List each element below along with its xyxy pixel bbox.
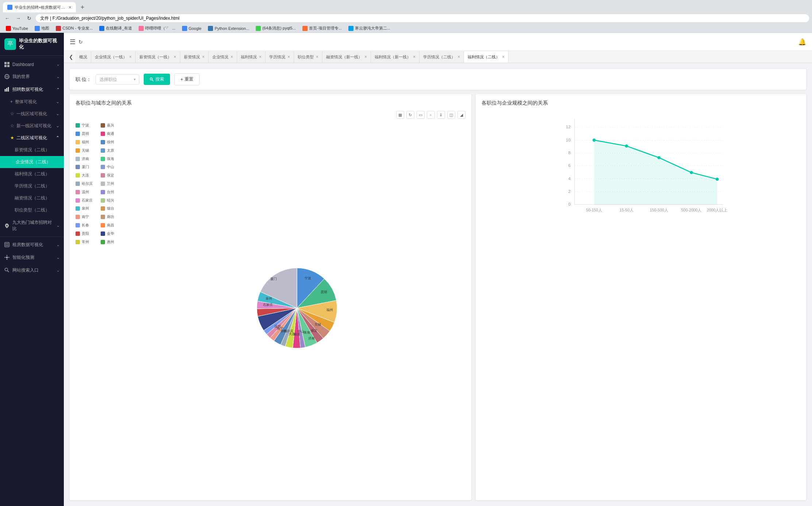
bookmark-item[interactable]: 哔哩哔哩（'·'ゞ... <box>136 25 178 32</box>
svg-rect-13 <box>6 245 7 246</box>
tool-crop[interactable]: ▫ <box>427 111 435 119</box>
sidebar-item-jobtype-second[interactable]: 职位类型（二线） <box>0 204 64 216</box>
tab-item[interactable]: 薪资情况× <box>180 51 209 63</box>
pie-label: 泉州 <box>266 297 272 300</box>
content-area: 职 位： 选择职位 搜索 + 重置 各职 <box>64 63 812 506</box>
sidebar-item-education-second[interactable]: 学历情况（二线） <box>0 180 64 192</box>
tab-item[interactable]: 企业情况（一线）× <box>91 51 136 63</box>
tool-refresh[interactable]: ↻ <box>406 111 414 119</box>
bookmark-item[interactable]: (64条消息) pyqt5... <box>253 25 299 32</box>
close-tab-icon[interactable]: × <box>69 4 71 10</box>
legend-label: 南昌 <box>107 223 114 228</box>
tab-back-button[interactable]: ❮ <box>67 51 76 63</box>
job-select[interactable]: 选择职位 <box>96 74 139 85</box>
tab-label: 概况 <box>79 54 87 60</box>
sidebar-item-world[interactable]: 我的世界 ⌄ <box>0 70 64 83</box>
tab-item[interactable]: 福利情况（新一线）× <box>371 51 419 63</box>
sidebar-item-finance-second[interactable]: 融资情况（二线） <box>0 192 64 204</box>
tab-item[interactable]: 福利情况（二线）× <box>464 51 509 63</box>
refresh-button[interactable]: ↻ <box>78 39 83 45</box>
tab-item[interactable]: 企业情况× <box>209 51 237 63</box>
sidebar-item-dashboard[interactable]: Dashboard ⌄ <box>0 59 64 70</box>
bookmark-item[interactable]: YouTube <box>3 25 31 32</box>
bookmark-item[interactable]: 地图 <box>32 25 52 32</box>
sidebar-item-hotcity[interactable]: 九大热门城市招聘对比 ⌄ <box>0 216 64 235</box>
legend-item: 中山 <box>101 163 123 171</box>
new-tab-button[interactable]: + <box>77 2 88 12</box>
bookmark-item[interactable]: Google <box>179 25 204 32</box>
notification-button[interactable]: 🔔 <box>798 38 806 46</box>
bookmark-favicon <box>256 26 261 31</box>
bookmark-item[interactable]: CSDN - 专业发... <box>53 25 96 32</box>
tab-close-icon[interactable]: × <box>364 54 367 59</box>
tab-close-icon[interactable]: × <box>129 54 132 59</box>
chevron-icon: ⌄ <box>57 75 59 79</box>
tab-item[interactable]: 概况 <box>76 51 91 63</box>
sidebar-subitem-new-first-line[interactable]: ☆ 新一线区域可视化 ⌄ <box>0 120 64 132</box>
sidebar-item-recruitment[interactable]: 招聘数据可视化 ⌃ <box>0 83 64 96</box>
sidebar-item-ai[interactable]: 智能化预测 ⌄ <box>0 251 64 264</box>
bookmark-item[interactable]: 首页-项目管理专... <box>299 25 345 32</box>
tool-line[interactable]: ◢ <box>457 111 465 119</box>
legend-label: 泉州 <box>82 206 89 211</box>
tab-close-icon[interactable]: × <box>259 54 262 59</box>
browser-tab-active[interactable]: 毕业生的招聘+租房数据可视化... × <box>3 2 76 12</box>
sidebar-item-rent[interactable]: 租房数据可视化 ⌄ <box>0 238 64 251</box>
tab-label: 融资情况（新一线） <box>326 54 362 60</box>
bookmark-item[interactable]: 在线翻译_有道 <box>96 25 135 32</box>
forward-button[interactable]: → <box>14 14 23 23</box>
tab-close-icon[interactable]: × <box>316 54 318 59</box>
tab-item[interactable]: 薪资情况（一线）× <box>136 51 180 63</box>
sidebar-item-welfare-second[interactable]: 福利情况（二线） <box>0 168 64 180</box>
bookmark-label: Google <box>189 26 201 31</box>
legend-color <box>76 173 80 178</box>
tab-item[interactable]: 学历情况× <box>266 51 294 63</box>
tab-close-icon[interactable]: × <box>457 54 460 59</box>
address-input[interactable] <box>36 14 809 22</box>
tab-item[interactable]: 福利情况× <box>237 51 266 63</box>
plus-icon: + <box>10 99 13 104</box>
reset-button[interactable]: + 重置 <box>174 73 200 85</box>
sidebar-item-company-second[interactable]: 企业情况（二线） <box>0 156 64 168</box>
bookmark-favicon <box>99 26 104 31</box>
legend-color <box>76 198 80 203</box>
sidebar-subitem-overall[interactable]: + 整体可视化 ⌄ <box>0 96 64 108</box>
tab-close-icon[interactable]: × <box>287 54 290 59</box>
svg-rect-0 <box>4 62 7 64</box>
tab-close-icon[interactable]: × <box>202 54 205 59</box>
tab-close-icon[interactable]: × <box>413 54 415 59</box>
tab-close-icon[interactable]: × <box>231 54 233 59</box>
sidebar-item-salary-second[interactable]: 薪资情况（二线） <box>0 144 64 156</box>
tool-bar[interactable]: ◫ <box>447 111 455 119</box>
search-button[interactable]: 搜索 <box>144 74 170 85</box>
svg-text:15-50人: 15-50人 <box>619 208 633 212</box>
tool-download[interactable]: ⇓ <box>437 111 445 119</box>
reload-button[interactable]: ↻ <box>25 14 34 23</box>
sidebar-subitem-first-line[interactable]: ☆ 一线区域可视化 ⌄ <box>0 108 64 120</box>
tab-item[interactable]: 职位类型× <box>294 51 322 63</box>
legend-label: 昆明 <box>82 131 89 136</box>
back-button[interactable]: ← <box>3 14 12 23</box>
tool-rect[interactable]: ▭ <box>417 111 425 119</box>
svg-text:2: 2 <box>568 189 571 194</box>
legend-label: 中山 <box>107 164 114 170</box>
tab-item[interactable]: 学历情况（二线）× <box>419 51 464 63</box>
hotcity-icon <box>4 223 9 228</box>
pie-label: 保定 <box>311 329 317 332</box>
bookmark-item[interactable]: 寒云渺沌大帝第二... <box>345 25 393 32</box>
sidebar-subitem-second-line[interactable]: ★ 二线区域可视化 ⌃ <box>0 132 64 144</box>
tab-item[interactable]: 融资情况（新一线）× <box>322 51 371 63</box>
legend-label: 珠海 <box>107 156 114 161</box>
tool-table[interactable]: ▦ <box>396 111 404 119</box>
hamburger-button[interactable]: ☰ <box>70 38 76 46</box>
sidebar-label-welfare-second: 福利情况（二线） <box>15 171 50 177</box>
sidebar-item-search[interactable]: 网站搜索入口 ⌄ <box>0 264 64 277</box>
legend-color <box>101 140 105 144</box>
chart-toolbar: ▦ ↻ ▭ ▫ ⇓ ◫ ◢ <box>76 111 465 119</box>
pie-label: 哈尔滨 <box>283 329 293 333</box>
tab-close-icon[interactable]: × <box>502 54 504 59</box>
legend-item: 廊坊 <box>101 213 123 221</box>
tab-close-icon[interactable]: × <box>174 54 176 59</box>
legend-item: 南通 <box>101 130 123 138</box>
bookmark-item[interactable]: Python Extension... <box>205 25 252 32</box>
